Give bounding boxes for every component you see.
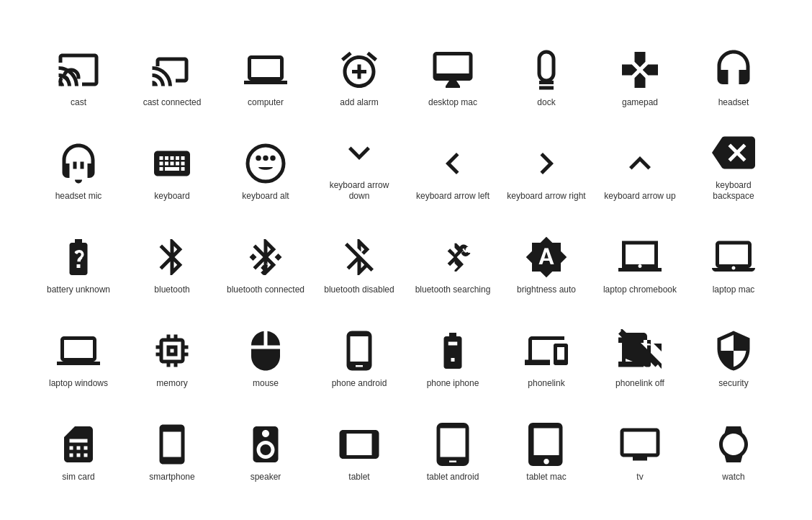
bluetooth-label: bluetooth (154, 284, 189, 296)
icon-cell-headset-mic: headset mic (32, 123, 125, 210)
computer-icon (244, 48, 287, 91)
phone-android-label: phone android (332, 378, 387, 390)
icon-cell-gamepad: gamepad (593, 30, 687, 116)
icon-cell-phonelink: phonelink (500, 310, 593, 397)
icon-cell-computer: computer (219, 30, 312, 116)
battery-unknown-label: battery unknown (47, 284, 110, 296)
icon-cell-dock: dock (500, 30, 593, 116)
computer-label: computer (248, 97, 284, 109)
icon-cell-keyboard-arrow-up: keyboard arrow up (593, 123, 687, 210)
phonelink-off-label: phonelink off (615, 378, 664, 390)
smartphone-label: smartphone (149, 472, 194, 483)
cast-connected-label: cast connected (143, 97, 202, 109)
tv-icon (618, 423, 662, 466)
icon-cell-keyboard-arrow-left: keyboard arrow left (406, 123, 500, 210)
brightness-auto-icon (525, 236, 568, 279)
desktop-mac-icon (431, 48, 474, 91)
icon-cell-tablet-mac: tablet mac (500, 404, 593, 490)
speaker-label: speaker (251, 472, 281, 483)
phonelink-label: phonelink (528, 378, 564, 390)
gamepad-icon (618, 48, 662, 91)
add-alarm-label: add alarm (340, 97, 378, 109)
laptop-windows-icon (57, 329, 100, 372)
icon-cell-desktop-mac: desktop mac (406, 30, 500, 116)
keyboard-icon (150, 142, 194, 185)
icon-cell-keyboard: keyboard (125, 123, 219, 210)
icon-cell-phone-android: phone android (312, 310, 406, 397)
laptop-chromebook-label: laptop chromebook (603, 284, 677, 296)
icon-cell-brightness-auto: brightness auto (500, 217, 593, 303)
tablet-mac-label: tablet mac (526, 472, 566, 483)
icon-cell-laptop-windows: laptop windows (32, 310, 125, 397)
keyboard-arrow-left-icon (431, 142, 474, 185)
dock-icon (525, 48, 568, 91)
icon-cell-bluetooth-disabled: bluetooth disabled (312, 217, 406, 303)
svg-point-0 (248, 145, 284, 181)
icon-cell-bluetooth: bluetooth (125, 217, 219, 303)
icon-grid: cast cast connected computer add alarm d… (17, 8, 795, 512)
tablet-android-label: tablet android (427, 472, 479, 483)
icon-cell-sim-card: sim card (32, 404, 125, 490)
keyboard-alt-icon (244, 142, 287, 185)
mouse-icon (244, 329, 287, 372)
keyboard-arrow-down-icon (338, 131, 381, 174)
icon-cell-tablet: tablet (312, 404, 406, 490)
battery-unknown-icon (57, 236, 100, 279)
icon-cell-cast: cast (32, 30, 125, 116)
phone-android-icon (338, 329, 381, 372)
bluetooth-disabled-icon (338, 236, 381, 279)
memory-icon (150, 329, 194, 372)
icon-cell-speaker: speaker (219, 404, 312, 490)
memory-label: memory (156, 378, 187, 390)
tablet-mac-icon (525, 423, 568, 466)
smartphone-icon (150, 423, 194, 466)
keyboard-arrow-up-icon (618, 142, 662, 185)
gamepad-label: gamepad (622, 97, 658, 109)
keyboard-arrow-right-label: keyboard arrow right (507, 191, 585, 202)
icon-cell-keyboard-alt: keyboard alt (219, 123, 312, 210)
bluetooth-icon (150, 236, 194, 279)
phonelink-icon (525, 329, 568, 372)
bluetooth-disabled-label: bluetooth disabled (324, 284, 394, 296)
icon-cell-bluetooth-searching: bluetooth searching (406, 217, 500, 303)
tablet-android-icon (431, 423, 474, 466)
bluetooth-searching-icon (431, 236, 474, 279)
icon-cell-keyboard-arrow-down: keyboard arrow down (312, 123, 406, 210)
bluetooth-connected-icon (244, 236, 287, 279)
watch-icon (712, 423, 755, 466)
tablet-icon (338, 423, 381, 466)
laptop-chromebook-icon (618, 236, 662, 279)
icon-cell-keyboard-arrow-right: keyboard arrow right (500, 123, 593, 210)
headset-label: headset (718, 97, 749, 109)
tablet-label: tablet (348, 472, 369, 483)
icon-cell-laptop-chromebook: laptop chromebook (593, 217, 687, 303)
watch-label: watch (722, 472, 744, 483)
icon-cell-battery-unknown: battery unknown (32, 217, 125, 303)
icon-cell-add-alarm: add alarm (312, 30, 406, 116)
keyboard-arrow-down-label: keyboard arrow down (320, 180, 399, 202)
keyboard-alt-label: keyboard alt (242, 191, 289, 202)
phone-iphone-icon (431, 329, 474, 372)
icon-cell-phonelink-off: phonelink off (593, 310, 687, 397)
icon-cell-tv: tv (593, 404, 687, 490)
tv-label: tv (636, 472, 643, 483)
brightness-auto-label: brightness auto (517, 284, 576, 296)
icon-cell-cast-connected: cast connected (125, 30, 219, 116)
mouse-label: mouse (253, 378, 279, 390)
icon-cell-mouse: mouse (219, 310, 312, 397)
dock-label: dock (537, 97, 555, 109)
cast-label: cast (71, 97, 86, 109)
icon-cell-laptop-mac: laptop mac (687, 217, 780, 303)
security-icon (712, 329, 755, 372)
keyboard-backspace-icon (712, 131, 755, 174)
phone-iphone-label: phone iphone (427, 378, 479, 390)
icon-cell-headset: headset (687, 30, 780, 116)
icon-cell-keyboard-backspace: keyboard backspace (687, 123, 780, 210)
cast-icon (57, 48, 100, 91)
security-label: security (718, 378, 748, 390)
laptop-windows-label: laptop windows (49, 378, 108, 390)
laptop-mac-label: laptop mac (713, 284, 755, 296)
icon-cell-tablet-android: tablet android (406, 404, 500, 490)
laptop-mac-icon (712, 236, 755, 279)
phonelink-off-icon (618, 329, 662, 372)
